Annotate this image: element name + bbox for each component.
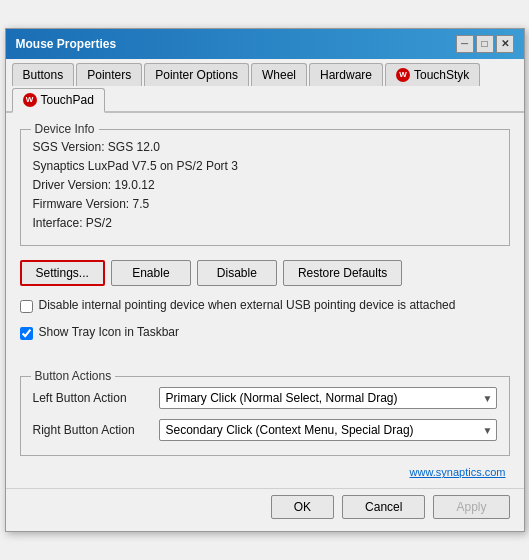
tab-bar: Buttons Pointers Pointer Options Wheel H… [6,59,524,113]
tab-touchpad[interactable]: W TouchPad [12,88,105,113]
maximize-button[interactable]: □ [476,35,494,53]
tab-hardware[interactable]: Hardware [309,63,383,86]
tab-hardware-label: Hardware [320,68,372,82]
tab-pointer-options-label: Pointer Options [155,68,238,82]
ok-button[interactable]: OK [271,495,334,519]
disable-internal-row: Disable internal pointing device when ex… [20,298,510,313]
right-button-row: Right Button Action Primary Click (Norma… [33,419,497,441]
device-info-label: Device Info [31,122,99,136]
title-bar-controls: ─ □ ✕ [456,35,514,53]
device-info-group: Device Info SGS Version: SGS 12.0 Synapt… [20,129,510,247]
tab-pointers[interactable]: Pointers [76,63,142,86]
settings-button[interactable]: Settings... [20,260,105,286]
title-bar: Mouse Properties ─ □ ✕ [6,29,524,59]
apply-button[interactable]: Apply [433,495,509,519]
tab-touchstyk-label: TouchStyk [414,68,469,82]
disable-internal-label: Disable internal pointing device when ex… [39,298,456,312]
button-actions-label: Button Actions [31,369,116,383]
action-button-row: Settings... Enable Disable Restore Defau… [20,260,510,286]
left-button-select[interactable]: Primary Click (Normal Select, Normal Dra… [159,387,497,409]
restore-defaults-button[interactable]: Restore Defaults [283,260,402,286]
tab-wheel[interactable]: Wheel [251,63,307,86]
right-button-select-wrap: Primary Click (Normal Select, Normal Dra… [159,419,497,441]
touchpad-icon: W [23,93,37,107]
button-actions-group: Button Actions Left Button Action Primar… [20,376,510,456]
device-info-text: SGS Version: SGS 12.0 Synaptics LuxPad V… [33,138,497,234]
tab-touchpad-label: TouchPad [41,93,94,107]
device-info-line-1: Synaptics LuxPad V7.5 on PS/2 Port 3 [33,157,497,176]
tab-pointers-label: Pointers [87,68,131,82]
show-tray-label: Show Tray Icon in Taskbar [39,325,180,339]
window-title: Mouse Properties [16,37,117,51]
spacer [20,350,510,360]
enable-button[interactable]: Enable [111,260,191,286]
minimize-button[interactable]: ─ [456,35,474,53]
right-button-select[interactable]: Primary Click (Normal Select, Normal Dra… [159,419,497,441]
device-info-line-0: SGS Version: SGS 12.0 [33,138,497,157]
left-button-label: Left Button Action [33,391,153,405]
device-info-line-3: Firmware Version: 7.5 [33,195,497,214]
left-button-row: Left Button Action Primary Click (Normal… [33,387,497,409]
tab-touchstyk[interactable]: W TouchStyk [385,63,480,86]
disable-button[interactable]: Disable [197,260,277,286]
show-tray-checkbox[interactable] [20,327,33,340]
right-button-label: Right Button Action [33,423,153,437]
disable-internal-checkbox[interactable] [20,300,33,313]
mouse-properties-window: Mouse Properties ─ □ ✕ Buttons Pointers … [5,28,525,533]
bottom-button-bar: OK Cancel Apply [6,488,524,531]
device-info-line-2: Driver Version: 19.0.12 [33,176,497,195]
tab-buttons-label: Buttons [23,68,64,82]
device-info-line-4: Interface: PS/2 [33,214,497,233]
tab-wheel-label: Wheel [262,68,296,82]
synaptics-link[interactable]: www.synaptics.com [20,466,510,478]
cancel-button[interactable]: Cancel [342,495,425,519]
show-tray-row: Show Tray Icon in Taskbar [20,325,510,340]
tab-content: Device Info SGS Version: SGS 12.0 Synapt… [6,113,524,489]
left-button-select-wrap: Primary Click (Normal Select, Normal Dra… [159,387,497,409]
touchstyk-icon: W [396,68,410,82]
tab-buttons[interactable]: Buttons [12,63,75,86]
tab-pointer-options[interactable]: Pointer Options [144,63,249,86]
close-button[interactable]: ✕ [496,35,514,53]
